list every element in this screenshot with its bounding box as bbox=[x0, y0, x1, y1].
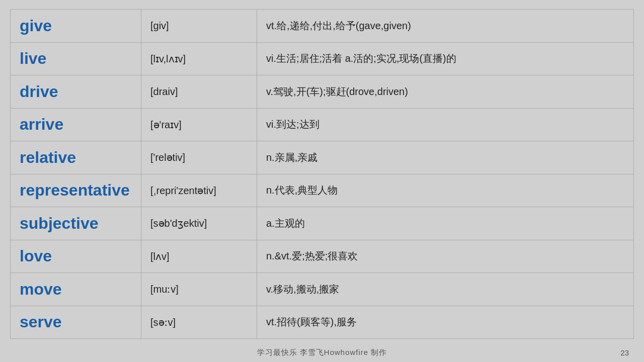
table-row: arrive[ə'raɪv]vi.到达;达到 bbox=[11, 108, 634, 141]
table-row: subjective[səb'dʒektiv]a.主观的 bbox=[11, 207, 634, 240]
word-cell: love bbox=[11, 240, 141, 273]
main-content: give[giv]vt.给,递给,付出,给予(gave,given)live[l… bbox=[0, 0, 644, 343]
word-cell: drive bbox=[11, 75, 141, 109]
footer-text: 学习最快乐 李雪飞Howhowfire 制作 bbox=[257, 348, 387, 357]
definition-cell: vi.到达;达到 bbox=[257, 108, 634, 141]
definition-cell: a.主观的 bbox=[257, 207, 634, 240]
table-row: representative[ˌrepri'zentətiv]n.代表,典型人物 bbox=[11, 174, 634, 207]
table-row: give[giv]vt.给,递给,付出,给予(gave,given) bbox=[11, 10, 634, 43]
phonetic-cell: [lʌv] bbox=[141, 240, 257, 273]
definition-cell: v.移动,搬动,搬家 bbox=[257, 273, 634, 306]
table-row: move[muːv]v.移动,搬动,搬家 bbox=[11, 273, 634, 306]
phonetic-cell: [muːv] bbox=[141, 273, 257, 306]
table-row: live[lɪv,lʌɪv]vi.生活;居住;活着 a.活的;实况,现场(直播)… bbox=[11, 42, 634, 75]
table-row: serve[səːv]vt.招待(顾客等),服务 bbox=[11, 306, 634, 339]
table-row: drive[draiv]v.驾驶,开(车);驱赶(drove,driven) bbox=[11, 75, 634, 109]
word-cell: arrive bbox=[11, 108, 141, 141]
definition-cell: vi.生活;居住;活着 a.活的;实况,现场(直播)的 bbox=[257, 42, 634, 75]
word-cell: representative bbox=[11, 174, 141, 207]
phonetic-cell: [səːv] bbox=[141, 306, 257, 339]
phonetic-cell: [lɪv,lʌɪv] bbox=[141, 42, 257, 75]
definition-cell: vt.招待(顾客等),服务 bbox=[257, 306, 634, 339]
word-cell: give bbox=[11, 10, 141, 43]
table-row: relative['relətiv]n.亲属,亲戚 bbox=[11, 141, 634, 174]
phonetic-cell: [səb'dʒektiv] bbox=[141, 207, 257, 240]
vocab-table: give[giv]vt.给,递给,付出,给予(gave,given)live[l… bbox=[10, 9, 634, 339]
phonetic-cell: ['relətiv] bbox=[141, 141, 257, 174]
definition-cell: v.驾驶,开(车);驱赶(drove,driven) bbox=[257, 75, 634, 109]
definition-cell: n.亲属,亲戚 bbox=[257, 141, 634, 174]
definition-cell: vt.给,递给,付出,给予(gave,given) bbox=[257, 10, 634, 43]
word-cell: relative bbox=[11, 141, 141, 174]
table-row: love[lʌv]n.&vt.爱;热爱;很喜欢 bbox=[11, 240, 634, 273]
definition-cell: n.代表,典型人物 bbox=[257, 174, 634, 207]
phonetic-cell: [giv] bbox=[141, 10, 257, 43]
phonetic-cell: [ə'raɪv] bbox=[141, 108, 257, 141]
phonetic-cell: [draiv] bbox=[141, 75, 257, 109]
definition-cell: n.&vt.爱;热爱;很喜欢 bbox=[257, 240, 634, 273]
word-cell: live bbox=[11, 42, 141, 75]
footer: 学习最快乐 李雪飞Howhowfire 制作 23 bbox=[0, 343, 644, 362]
word-cell: subjective bbox=[11, 207, 141, 240]
word-cell: move bbox=[11, 273, 141, 306]
phonetic-cell: [ˌrepri'zentətiv] bbox=[141, 174, 257, 207]
footer-page: 23 bbox=[620, 348, 629, 357]
word-cell: serve bbox=[11, 306, 141, 339]
